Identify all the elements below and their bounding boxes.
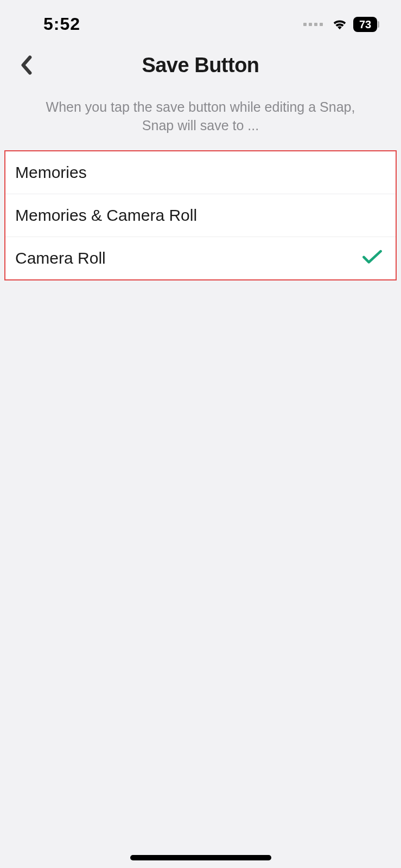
option-label: Memories	[15, 163, 87, 182]
save-options-group: Memories Memories & Camera Roll Camera R…	[4, 150, 397, 280]
back-button[interactable]	[14, 53, 38, 77]
option-label: Camera Roll	[15, 249, 106, 267]
chevron-left-icon	[20, 55, 32, 75]
page-description: When you tap the save button while editi…	[0, 90, 401, 148]
option-memories[interactable]: Memories	[5, 151, 396, 194]
option-label: Memories & Camera Roll	[15, 206, 197, 225]
home-indicator[interactable]	[130, 855, 271, 860]
signal-dots-icon	[303, 23, 323, 26]
status-time: 5:52	[43, 14, 80, 34]
battery-level: 73	[353, 17, 377, 32]
status-bar: 5:52 73	[0, 0, 401, 41]
status-right: 73	[303, 17, 379, 32]
page-header: Save Button	[0, 41, 401, 90]
checkmark-icon	[362, 250, 383, 267]
battery-indicator: 73	[353, 17, 379, 32]
option-camera-roll[interactable]: Camera Roll	[5, 237, 396, 279]
wifi-icon	[332, 17, 348, 32]
option-memories-camera-roll[interactable]: Memories & Camera Roll	[5, 194, 396, 237]
page-title: Save Button	[142, 54, 259, 77]
